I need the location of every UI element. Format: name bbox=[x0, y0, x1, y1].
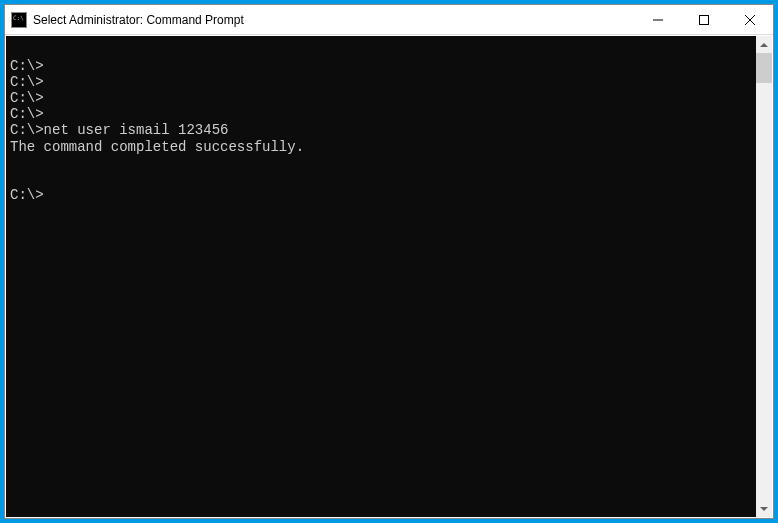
scroll-up-arrow-icon[interactable] bbox=[756, 36, 772, 53]
window-title: Select Administrator: Command Prompt bbox=[33, 13, 635, 27]
minimize-button[interactable] bbox=[635, 5, 681, 34]
maximize-button[interactable] bbox=[681, 5, 727, 34]
svg-marker-4 bbox=[760, 43, 768, 47]
svg-marker-5 bbox=[760, 507, 768, 511]
scroll-down-arrow-icon[interactable] bbox=[756, 500, 772, 517]
window-controls bbox=[635, 5, 773, 34]
close-icon bbox=[745, 15, 755, 25]
vertical-scrollbar[interactable] bbox=[756, 36, 772, 517]
close-button[interactable] bbox=[727, 5, 773, 34]
maximize-icon bbox=[699, 15, 709, 25]
command-prompt-window: Select Administrator: Command Prompt C:\… bbox=[4, 4, 774, 519]
terminal-output[interactable]: C:\> C:\> C:\> C:\> C:\>net user ismail … bbox=[6, 36, 756, 517]
minimize-icon bbox=[653, 15, 663, 25]
svg-rect-1 bbox=[700, 15, 709, 24]
scroll-thumb[interactable] bbox=[756, 53, 772, 83]
cmd-icon bbox=[11, 12, 27, 28]
window-body: C:\> C:\> C:\> C:\> C:\>net user ismail … bbox=[5, 35, 773, 518]
titlebar[interactable]: Select Administrator: Command Prompt bbox=[5, 5, 773, 35]
